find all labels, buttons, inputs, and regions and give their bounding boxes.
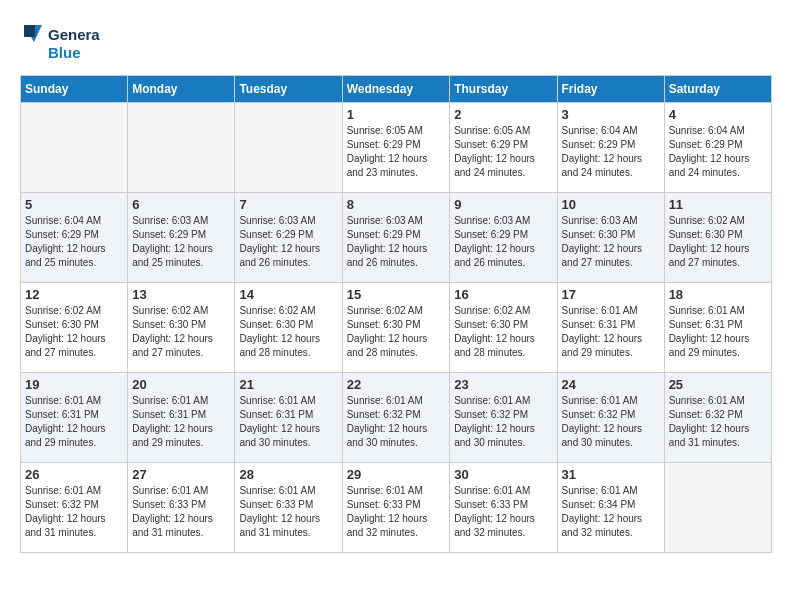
day-number: 2	[454, 107, 552, 122]
day-info: Sunrise: 6:03 AM Sunset: 6:29 PM Dayligh…	[454, 214, 552, 270]
day-info: Sunrise: 6:01 AM Sunset: 6:32 PM Dayligh…	[25, 484, 123, 540]
calendar-cell: 31Sunrise: 6:01 AM Sunset: 6:34 PM Dayli…	[557, 463, 664, 553]
page-header: GeneralBlue	[20, 20, 772, 65]
calendar-table: SundayMondayTuesdayWednesdayThursdayFrid…	[20, 75, 772, 553]
day-info: Sunrise: 6:02 AM Sunset: 6:30 PM Dayligh…	[25, 304, 123, 360]
day-info: Sunrise: 6:02 AM Sunset: 6:30 PM Dayligh…	[347, 304, 446, 360]
calendar-cell: 9Sunrise: 6:03 AM Sunset: 6:29 PM Daylig…	[450, 193, 557, 283]
day-info: Sunrise: 6:02 AM Sunset: 6:30 PM Dayligh…	[669, 214, 767, 270]
calendar-cell: 20Sunrise: 6:01 AM Sunset: 6:31 PM Dayli…	[128, 373, 235, 463]
day-info: Sunrise: 6:01 AM Sunset: 6:33 PM Dayligh…	[347, 484, 446, 540]
day-info: Sunrise: 6:03 AM Sunset: 6:30 PM Dayligh…	[562, 214, 660, 270]
day-info: Sunrise: 6:01 AM Sunset: 6:31 PM Dayligh…	[669, 304, 767, 360]
day-number: 6	[132, 197, 230, 212]
day-info: Sunrise: 6:01 AM Sunset: 6:31 PM Dayligh…	[132, 394, 230, 450]
day-number: 15	[347, 287, 446, 302]
logo: GeneralBlue	[20, 20, 100, 65]
day-info: Sunrise: 6:01 AM Sunset: 6:32 PM Dayligh…	[562, 394, 660, 450]
day-info: Sunrise: 6:01 AM Sunset: 6:32 PM Dayligh…	[454, 394, 552, 450]
calendar-cell: 15Sunrise: 6:02 AM Sunset: 6:30 PM Dayli…	[342, 283, 450, 373]
day-number: 23	[454, 377, 552, 392]
calendar-cell	[21, 103, 128, 193]
calendar-week-5: 26Sunrise: 6:01 AM Sunset: 6:32 PM Dayli…	[21, 463, 772, 553]
day-number: 22	[347, 377, 446, 392]
day-number: 1	[347, 107, 446, 122]
day-number: 16	[454, 287, 552, 302]
calendar-cell: 5Sunrise: 6:04 AM Sunset: 6:29 PM Daylig…	[21, 193, 128, 283]
calendar-cell: 16Sunrise: 6:02 AM Sunset: 6:30 PM Dayli…	[450, 283, 557, 373]
calendar-cell: 26Sunrise: 6:01 AM Sunset: 6:32 PM Dayli…	[21, 463, 128, 553]
calendar-cell: 23Sunrise: 6:01 AM Sunset: 6:32 PM Dayli…	[450, 373, 557, 463]
svg-rect-3	[24, 25, 35, 37]
day-info: Sunrise: 6:05 AM Sunset: 6:29 PM Dayligh…	[454, 124, 552, 180]
day-number: 3	[562, 107, 660, 122]
day-info: Sunrise: 6:01 AM Sunset: 6:31 PM Dayligh…	[25, 394, 123, 450]
calendar-cell: 12Sunrise: 6:02 AM Sunset: 6:30 PM Dayli…	[21, 283, 128, 373]
col-header-monday: Monday	[128, 76, 235, 103]
day-number: 8	[347, 197, 446, 212]
col-header-thursday: Thursday	[450, 76, 557, 103]
calendar-week-1: 1Sunrise: 6:05 AM Sunset: 6:29 PM Daylig…	[21, 103, 772, 193]
calendar-cell	[128, 103, 235, 193]
col-header-sunday: Sunday	[21, 76, 128, 103]
day-number: 21	[239, 377, 337, 392]
col-header-saturday: Saturday	[664, 76, 771, 103]
day-info: Sunrise: 6:01 AM Sunset: 6:32 PM Dayligh…	[347, 394, 446, 450]
day-number: 29	[347, 467, 446, 482]
day-number: 30	[454, 467, 552, 482]
day-number: 13	[132, 287, 230, 302]
day-info: Sunrise: 6:01 AM Sunset: 6:33 PM Dayligh…	[239, 484, 337, 540]
day-number: 10	[562, 197, 660, 212]
calendar-week-3: 12Sunrise: 6:02 AM Sunset: 6:30 PM Dayli…	[21, 283, 772, 373]
day-number: 4	[669, 107, 767, 122]
calendar-cell	[235, 103, 342, 193]
col-header-friday: Friday	[557, 76, 664, 103]
calendar-cell: 11Sunrise: 6:02 AM Sunset: 6:30 PM Dayli…	[664, 193, 771, 283]
day-number: 18	[669, 287, 767, 302]
calendar-cell: 22Sunrise: 6:01 AM Sunset: 6:32 PM Dayli…	[342, 373, 450, 463]
calendar-cell: 28Sunrise: 6:01 AM Sunset: 6:33 PM Dayli…	[235, 463, 342, 553]
day-number: 5	[25, 197, 123, 212]
day-info: Sunrise: 6:05 AM Sunset: 6:29 PM Dayligh…	[347, 124, 446, 180]
calendar-cell: 27Sunrise: 6:01 AM Sunset: 6:33 PM Dayli…	[128, 463, 235, 553]
day-info: Sunrise: 6:03 AM Sunset: 6:29 PM Dayligh…	[239, 214, 337, 270]
day-info: Sunrise: 6:01 AM Sunset: 6:33 PM Dayligh…	[132, 484, 230, 540]
calendar-cell: 19Sunrise: 6:01 AM Sunset: 6:31 PM Dayli…	[21, 373, 128, 463]
day-info: Sunrise: 6:04 AM Sunset: 6:29 PM Dayligh…	[25, 214, 123, 270]
calendar-cell: 25Sunrise: 6:01 AM Sunset: 6:32 PM Dayli…	[664, 373, 771, 463]
day-number: 20	[132, 377, 230, 392]
calendar-cell: 18Sunrise: 6:01 AM Sunset: 6:31 PM Dayli…	[664, 283, 771, 373]
logo-svg: GeneralBlue	[20, 20, 100, 65]
col-header-tuesday: Tuesday	[235, 76, 342, 103]
calendar-cell: 29Sunrise: 6:01 AM Sunset: 6:33 PM Dayli…	[342, 463, 450, 553]
day-number: 11	[669, 197, 767, 212]
day-number: 27	[132, 467, 230, 482]
day-number: 24	[562, 377, 660, 392]
calendar-cell: 24Sunrise: 6:01 AM Sunset: 6:32 PM Dayli…	[557, 373, 664, 463]
calendar-cell: 8Sunrise: 6:03 AM Sunset: 6:29 PM Daylig…	[342, 193, 450, 283]
calendar-cell: 10Sunrise: 6:03 AM Sunset: 6:30 PM Dayli…	[557, 193, 664, 283]
day-number: 7	[239, 197, 337, 212]
day-number: 31	[562, 467, 660, 482]
calendar-cell: 2Sunrise: 6:05 AM Sunset: 6:29 PM Daylig…	[450, 103, 557, 193]
calendar-cell: 30Sunrise: 6:01 AM Sunset: 6:33 PM Dayli…	[450, 463, 557, 553]
calendar-cell: 4Sunrise: 6:04 AM Sunset: 6:29 PM Daylig…	[664, 103, 771, 193]
svg-text:Blue: Blue	[48, 44, 81, 61]
day-number: 17	[562, 287, 660, 302]
calendar-cell: 21Sunrise: 6:01 AM Sunset: 6:31 PM Dayli…	[235, 373, 342, 463]
calendar-cell: 1Sunrise: 6:05 AM Sunset: 6:29 PM Daylig…	[342, 103, 450, 193]
day-info: Sunrise: 6:04 AM Sunset: 6:29 PM Dayligh…	[669, 124, 767, 180]
day-info: Sunrise: 6:02 AM Sunset: 6:30 PM Dayligh…	[239, 304, 337, 360]
day-number: 28	[239, 467, 337, 482]
svg-text:General: General	[48, 26, 100, 43]
calendar-cell	[664, 463, 771, 553]
calendar-week-4: 19Sunrise: 6:01 AM Sunset: 6:31 PM Dayli…	[21, 373, 772, 463]
calendar-week-2: 5Sunrise: 6:04 AM Sunset: 6:29 PM Daylig…	[21, 193, 772, 283]
day-info: Sunrise: 6:01 AM Sunset: 6:32 PM Dayligh…	[669, 394, 767, 450]
day-info: Sunrise: 6:02 AM Sunset: 6:30 PM Dayligh…	[132, 304, 230, 360]
calendar-cell: 17Sunrise: 6:01 AM Sunset: 6:31 PM Dayli…	[557, 283, 664, 373]
day-info: Sunrise: 6:01 AM Sunset: 6:31 PM Dayligh…	[239, 394, 337, 450]
day-info: Sunrise: 6:01 AM Sunset: 6:31 PM Dayligh…	[562, 304, 660, 360]
calendar-cell: 3Sunrise: 6:04 AM Sunset: 6:29 PM Daylig…	[557, 103, 664, 193]
calendar-cell: 14Sunrise: 6:02 AM Sunset: 6:30 PM Dayli…	[235, 283, 342, 373]
